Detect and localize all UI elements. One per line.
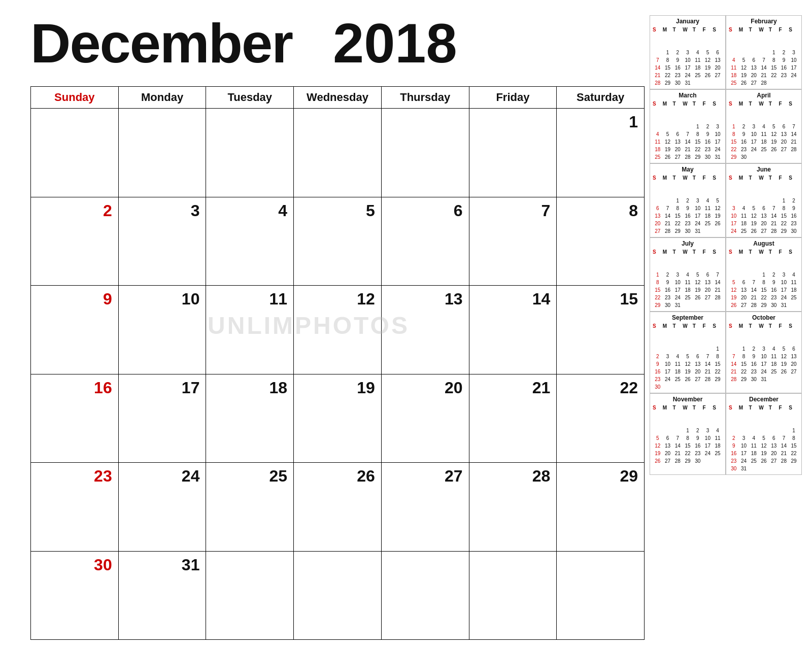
mini-day-cell: [672, 123, 683, 130]
mini-day-cell: 20: [713, 64, 723, 72]
mini-cal-grid: SMTWTFS123456789101112131415161718192021…: [729, 404, 799, 472]
mini-day-cell: 11: [653, 138, 663, 146]
mini-day-cell: [663, 123, 673, 130]
mini-day-cell: 28: [653, 79, 663, 87]
cal-cell: [31, 109, 119, 197]
mini-day-cell: [703, 227, 713, 235]
mini-day-cell: 6: [653, 204, 663, 212]
cal-week-1: 2345678: [30, 197, 645, 286]
mini-cal-title: June: [729, 166, 799, 173]
mini-day-cell: 12: [703, 56, 713, 64]
mini-day-cell: 9: [653, 360, 663, 368]
mini-day-cell: 20: [663, 450, 673, 457]
mini-day-cell: 29: [683, 457, 693, 465]
mini-header-cell: M: [663, 322, 673, 330]
mini-day-cell: [739, 197, 749, 204]
mini-day-cell: 28: [749, 301, 759, 309]
mini-header-cell: T: [672, 100, 683, 108]
mini-day-cell: 17: [693, 212, 703, 220]
mini-day-cell: 6: [769, 434, 779, 442]
mini-day-cell: 7: [683, 130, 693, 138]
mini-day-cell: 28: [759, 79, 769, 87]
mini-day-cell: [663, 197, 673, 204]
cal-cell: [206, 552, 294, 640]
mini-cal-january: JanuarySMTWTFS12345678910111213141516171…: [650, 15, 726, 89]
mini-day-cell: 19: [779, 360, 789, 368]
mini-header-cell: S: [789, 26, 799, 33]
mini-day-cell: 2: [789, 197, 799, 204]
mini-header-cell: W: [683, 248, 693, 256]
mini-day-cell: 9: [703, 130, 713, 138]
mini-day-cell: 27: [789, 368, 799, 375]
mini-day-cell: 28: [789, 146, 799, 153]
mini-day-cell: 19: [683, 368, 693, 375]
mini-day-cell: 6: [739, 279, 749, 286]
mini-day-cell: 6: [779, 123, 789, 130]
mini-day-cell: 24: [779, 294, 789, 301]
mini-day-cell: 21: [749, 294, 759, 301]
mini-day-cell: 16: [693, 442, 703, 450]
mini-day-cell: [759, 49, 769, 56]
cal-cell: 25: [206, 463, 294, 552]
mini-day-cell: 11: [729, 64, 739, 72]
mini-day-cell: [663, 383, 673, 391]
mini-day-cell: 26: [683, 375, 693, 383]
mini-day-cell: 23: [769, 294, 779, 301]
mini-day-cell: 3: [663, 353, 673, 360]
mini-header-cell: T: [672, 26, 683, 33]
mini-day-cell: 10: [759, 353, 769, 360]
mini-day-cell: 12: [729, 286, 739, 294]
mini-day-cell: [729, 49, 739, 56]
mini-day-cell: [759, 197, 769, 204]
mini-day-cell: 26: [713, 220, 723, 227]
calendar-body: 1234567891011121314151617181920212223242…: [30, 109, 645, 640]
mini-day-cell: 26: [739, 79, 749, 87]
mini-cal-title: February: [729, 18, 799, 25]
mini-day-cell: 22: [789, 450, 799, 457]
mini-day-cell: 11: [713, 434, 723, 442]
mini-day-cell: [683, 301, 693, 309]
mini-cal-title: March: [653, 92, 723, 99]
mini-day-cell: [653, 197, 663, 204]
mini-day-cell: 30: [749, 375, 759, 383]
mini-day-cell: [769, 79, 779, 87]
mini-header-cell: M: [663, 100, 673, 108]
mini-header-cell: W: [759, 100, 769, 108]
mini-day-cell: 22: [693, 146, 703, 153]
mini-day-cell: 25: [672, 375, 683, 383]
mini-day-cell: [713, 301, 723, 309]
mini-day-cell: 23: [749, 368, 759, 375]
mini-day-cell: 30: [683, 227, 693, 235]
mini-day-cell: 6: [789, 345, 799, 353]
mini-cal-october: OctoberSMTWTFS12345678910111213141516171…: [726, 312, 802, 393]
mini-day-cell: 12: [769, 130, 779, 138]
mini-day-cell: [739, 271, 749, 279]
mini-day-cell: 29: [729, 153, 739, 161]
mini-day-cell: [693, 383, 703, 391]
calendar-header-row: SundayMondayTuesdayWednesdayThursdayFrid…: [30, 86, 645, 109]
mini-day-cell: 23: [789, 220, 799, 227]
mini-day-cell: [759, 427, 769, 434]
mini-header-cell: S: [729, 26, 739, 33]
cal-cell: 31: [119, 552, 207, 640]
calendar-header: December 2018: [30, 15, 645, 71]
mini-day-cell: 31: [672, 301, 683, 309]
mini-header-cell: S: [729, 404, 739, 412]
mini-day-cell: 21: [683, 146, 693, 153]
mini-header-cell: S: [653, 248, 663, 256]
mini-day-cell: [663, 427, 673, 434]
mini-day-cell: 24: [759, 368, 769, 375]
year-title: 2018: [333, 15, 457, 71]
cal-week-5: 3031: [30, 552, 645, 640]
mini-day-cell: 22: [653, 294, 663, 301]
mini-day-cell: 17: [703, 442, 713, 450]
mini-day-cell: 13: [663, 442, 673, 450]
mini-day-cell: 1: [693, 123, 703, 130]
mini-day-cell: 20: [739, 294, 749, 301]
mini-day-cell: 30: [672, 79, 683, 87]
mini-day-cell: 26: [693, 294, 703, 301]
mini-header-cell: S: [729, 100, 739, 108]
mini-day-cell: [703, 301, 713, 309]
cal-cell: 29: [557, 463, 645, 552]
mini-header-cell: M: [663, 26, 673, 33]
